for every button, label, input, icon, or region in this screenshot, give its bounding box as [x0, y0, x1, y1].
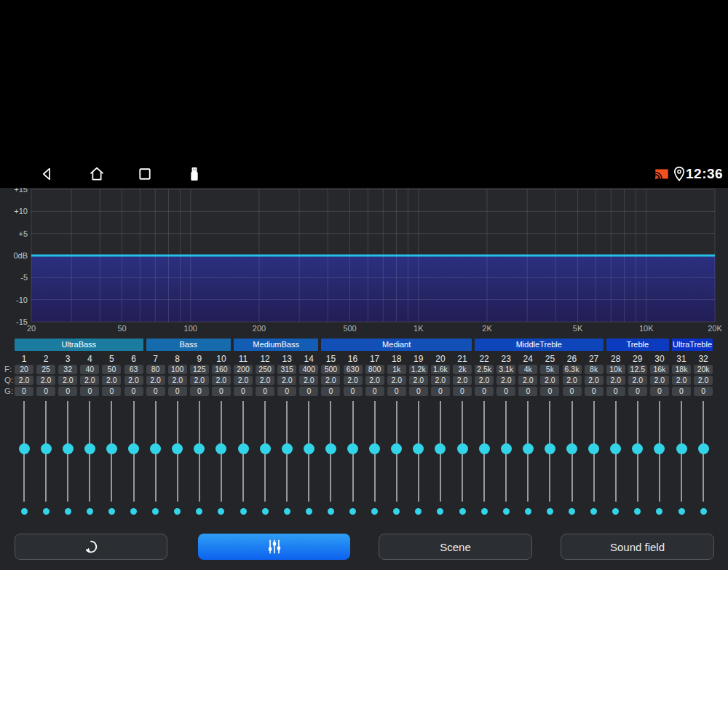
band-frequency-value[interactable]: 40 [80, 365, 99, 374]
band-gain-value[interactable]: 0 [409, 387, 428, 396]
band-frequency-value[interactable]: 50 [102, 365, 121, 374]
band-q-value[interactable]: 2.0 [321, 376, 340, 385]
band-q-value[interactable]: 2.0 [15, 376, 33, 385]
band-frequency-value[interactable]: 5k [540, 365, 559, 374]
band-q-value[interactable]: 2.0 [146, 376, 165, 385]
equalizer-tab-button[interactable] [198, 534, 350, 560]
band-gain-value[interactable]: 0 [606, 387, 625, 396]
band-slider-knob[interactable] [610, 443, 621, 454]
band-q-value[interactable]: 2.0 [409, 376, 428, 385]
band-q-value[interactable]: 2.0 [365, 376, 384, 385]
band-q-value[interactable]: 2.0 [299, 376, 318, 385]
band-q-value[interactable]: 2.0 [650, 376, 669, 385]
band-slider-knob[interactable] [413, 443, 424, 454]
band-gain-value[interactable]: 0 [387, 387, 406, 396]
band-frequency-value[interactable]: 10k [606, 365, 625, 374]
band-gain-value[interactable]: 0 [694, 387, 713, 396]
band-gain-value[interactable]: 0 [628, 387, 647, 396]
band-frequency-value[interactable]: 200 [234, 365, 253, 374]
band-q-value[interactable]: 2.0 [102, 376, 121, 385]
band-gain-value[interactable]: 0 [321, 387, 340, 396]
band-frequency-value[interactable]: 315 [277, 365, 296, 374]
band-frequency-value[interactable]: 500 [321, 365, 340, 374]
band-q-value[interactable]: 2.0 [453, 376, 472, 385]
band-slider-knob[interactable] [347, 443, 358, 454]
band-q-value[interactable]: 2.0 [387, 376, 406, 385]
band-slider-knob[interactable] [19, 443, 30, 454]
band-q-value[interactable]: 2.0 [256, 376, 274, 385]
band-frequency-value[interactable]: 800 [365, 365, 384, 374]
home-button[interactable] [87, 165, 106, 183]
band-gain-value[interactable]: 0 [344, 387, 363, 396]
band-slider-knob[interactable] [654, 443, 665, 454]
band-slider-knob[interactable] [150, 443, 161, 454]
band-frequency-value[interactable]: 2k [453, 365, 472, 374]
band-frequency-value[interactable]: 100 [168, 365, 187, 374]
band-slider-knob[interactable] [194, 443, 205, 454]
band-slider-knob[interactable] [501, 443, 512, 454]
band-q-value[interactable]: 2.0 [606, 376, 625, 385]
band-q-value[interactable]: 2.0 [234, 376, 253, 385]
band-frequency-value[interactable]: 125 [190, 365, 209, 374]
usb-icon[interactable] [185, 165, 204, 183]
band-gain-value[interactable]: 0 [453, 387, 472, 396]
reset-button[interactable] [15, 534, 167, 560]
band-gain-value[interactable]: 0 [299, 387, 318, 396]
recents-button[interactable] [135, 165, 154, 183]
band-slider-knob[interactable] [238, 443, 249, 454]
band-q-value[interactable]: 2.0 [277, 376, 296, 385]
cast-icon[interactable] [654, 166, 670, 182]
band-q-value[interactable]: 2.0 [672, 376, 691, 385]
band-slider-knob[interactable] [84, 443, 95, 454]
band-q-value[interactable]: 2.0 [80, 376, 99, 385]
band-gain-value[interactable]: 0 [256, 387, 274, 396]
band-frequency-value[interactable]: 63 [124, 365, 143, 374]
band-frequency-value[interactable]: 3.1k [496, 365, 515, 374]
band-q-value[interactable]: 2.0 [344, 376, 363, 385]
sound-field-button[interactable]: Sound field [561, 534, 714, 560]
band-gain-value[interactable]: 0 [168, 387, 187, 396]
band-slider-knob[interactable] [172, 443, 183, 454]
band-frequency-value[interactable]: 1.2k [409, 365, 428, 374]
band-q-value[interactable]: 2.0 [431, 376, 450, 385]
band-gain-value[interactable]: 0 [124, 387, 143, 396]
band-q-value[interactable]: 2.0 [540, 376, 559, 385]
band-q-value[interactable]: 2.0 [58, 376, 77, 385]
band-gain-value[interactable]: 0 [190, 387, 209, 396]
band-q-value[interactable]: 2.0 [585, 376, 604, 385]
band-gain-value[interactable]: 0 [540, 387, 559, 396]
band-slider-knob[interactable] [435, 443, 446, 454]
band-gain-value[interactable]: 0 [58, 387, 77, 396]
band-gain-value[interactable]: 0 [563, 387, 582, 396]
scene-button[interactable]: Scene [379, 534, 532, 560]
band-q-value[interactable]: 2.0 [190, 376, 209, 385]
band-frequency-value[interactable]: 6.3k [563, 365, 582, 374]
band-frequency-value[interactable]: 250 [256, 365, 274, 374]
band-frequency-value[interactable]: 20k [694, 365, 713, 374]
band-frequency-value[interactable]: 1k [387, 365, 406, 374]
band-q-value[interactable]: 2.0 [124, 376, 143, 385]
band-gain-value[interactable]: 0 [277, 387, 296, 396]
band-gain-value[interactable]: 0 [650, 387, 669, 396]
band-slider-knob[interactable] [698, 443, 709, 454]
band-gain-value[interactable]: 0 [15, 387, 33, 396]
band-gain-value[interactable]: 0 [36, 387, 55, 396]
band-frequency-value[interactable]: 25 [36, 365, 55, 374]
band-slider-knob[interactable] [369, 443, 380, 454]
band-slider-knob[interactable] [128, 443, 139, 454]
band-q-value[interactable]: 2.0 [628, 376, 647, 385]
band-slider-knob[interactable] [282, 443, 293, 454]
band-slider-knob[interactable] [632, 443, 643, 454]
band-frequency-value[interactable]: 8k [585, 365, 604, 374]
band-gain-value[interactable]: 0 [146, 387, 165, 396]
band-frequency-value[interactable]: 400 [299, 365, 318, 374]
band-slider-knob[interactable] [676, 443, 687, 454]
band-slider-knob[interactable] [215, 443, 226, 454]
band-frequency-value[interactable]: 2.5k [475, 365, 494, 374]
band-frequency-value[interactable]: 18k [672, 365, 691, 374]
band-frequency-value[interactable]: 12.5 [628, 365, 647, 374]
band-slider-knob[interactable] [325, 443, 336, 454]
band-slider-knob[interactable] [391, 443, 402, 454]
band-frequency-value[interactable]: 16k [650, 365, 669, 374]
band-q-value[interactable]: 2.0 [694, 376, 713, 385]
